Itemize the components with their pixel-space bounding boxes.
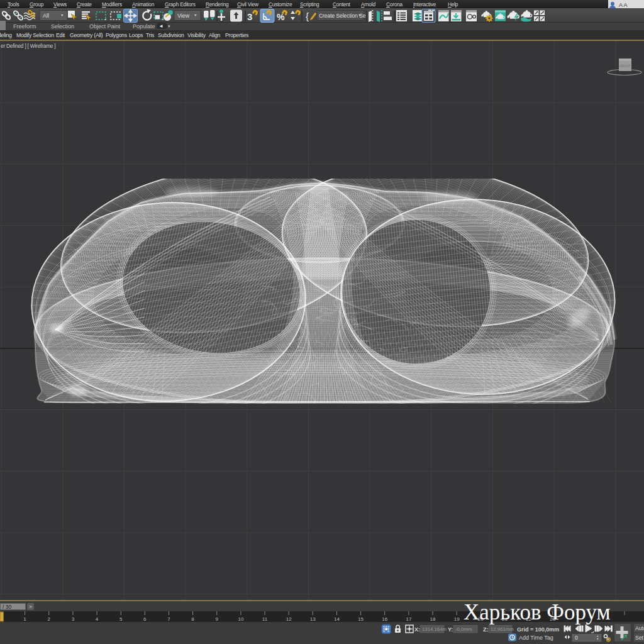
svg-text:0: 0 [575,635,578,641]
svg-text:11: 11 [262,616,268,622]
svg-text:X:: X: [414,626,420,633]
svg-text:8: 8 [191,616,194,622]
svg-text:14: 14 [334,616,340,622]
svg-text:5: 5 [119,616,123,622]
svg-text:FRONT: FRONT [619,64,630,68]
svg-text:Add Time Tag: Add Time Tag [519,635,553,641]
svg-text:10: 10 [238,616,243,622]
svg-text:4: 4 [96,616,99,622]
svg-text:9: 9 [216,616,219,622]
svg-text:Set: Set [635,635,644,641]
svg-text:2: 2 [48,616,51,622]
svg-text:Auto: Auto [635,625,644,631]
svg-text:19: 19 [454,616,460,622]
svg-text:18: 18 [430,616,436,622]
svg-text:17: 17 [406,616,411,622]
svg-text:15: 15 [358,616,364,622]
svg-text:Grid = 100,0mm: Grid = 100,0mm [517,626,559,633]
svg-text:13: 13 [310,616,316,622]
svg-text:Z:: Z: [483,626,489,633]
svg-text:Y:: Y: [448,626,453,633]
svg-text:12,961mm: 12,961mm [491,626,514,632]
svg-text:A A: A A [619,2,628,8]
svg-text:3: 3 [72,616,75,622]
svg-text:7: 7 [167,616,170,622]
svg-text:16: 16 [382,616,387,622]
svg-text:12: 12 [286,616,292,622]
svg-text:-0,0mm: -0,0mm [455,626,472,632]
svg-text:1314,164m: 1314,164m [422,626,447,632]
svg-text:1: 1 [23,616,26,622]
svg-text:6: 6 [143,616,147,622]
